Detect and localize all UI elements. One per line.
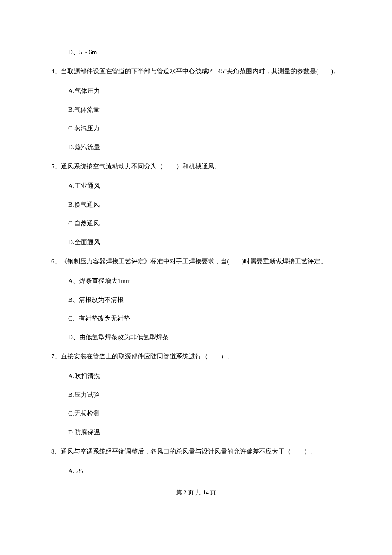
q4-option-b: B.气体流量 — [51, 104, 341, 115]
q7-option-c: C.无损检测 — [51, 408, 341, 419]
q5-option-a: A.工业通风 — [51, 181, 341, 191]
page-footer: 第 2 页 共 14 页 — [51, 489, 341, 497]
q6-stem: 6、《钢制压力容器焊接工艺评定》标准中对手工焊接要求，当( )时需要重新做焊接工… — [51, 256, 341, 267]
q8-stem: 8、通风与空调系统经平衡调整后，各风口的总风量与设计风量的允许偏差不应大于（ ）… — [51, 446, 341, 457]
q5-option-c: C.自然通风 — [51, 218, 341, 228]
q6-option-d: D、由低氢型焊条改为非低氢型焊条 — [51, 332, 341, 342]
q8-option-a: A.5% — [51, 466, 341, 476]
q5-option-d: D.全面通风 — [51, 237, 341, 247]
q5-stem: 5、通风系统按空气流动动力不同分为（ ）和机械通风。 — [51, 161, 341, 172]
q3-option-d: D、5～6m — [51, 47, 341, 57]
q6-option-b: B、清根改为不清根 — [51, 295, 341, 305]
q4-stem: 4、当取源部件设置在管道的下半部与管道水平中心线成0°--45°夹角范围内时，其… — [51, 66, 341, 77]
q7-option-a: A.吹扫清洗 — [51, 371, 341, 381]
q6-option-c: C、有衬垫改为无衬垫 — [51, 313, 341, 324]
q5-option-b: B.换气通风 — [51, 199, 341, 210]
q7-stem: 7、直接安装在管道上的取源部件应随同管道系统进行（ ）。 — [51, 351, 341, 362]
q4-option-a: A.气体压力 — [51, 86, 341, 96]
q6-option-a: A、焊条直径增大1mm — [51, 276, 341, 286]
q7-option-b: B.压力试验 — [51, 390, 341, 400]
q4-option-d: D.蒸汽流量 — [51, 142, 341, 152]
q7-option-d: D.防腐保温 — [51, 427, 341, 437]
document-page: D、5～6m 4、当取源部件设置在管道的下半部与管道水平中心线成0°--45°夹… — [0, 0, 392, 514]
q4-option-c: C.蒸汽压力 — [51, 123, 341, 133]
